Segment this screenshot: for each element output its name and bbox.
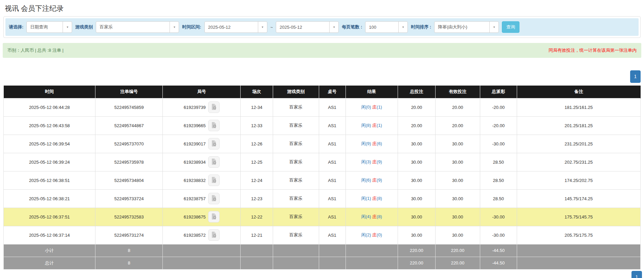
sort-order-label: 时间排序 : bbox=[411, 24, 431, 30]
table-header-row: 时间注单编号局号场次游戏类别桌号结果总投注有效投注总派彩备注 bbox=[4, 86, 641, 98]
video-replay-button[interactable] bbox=[208, 175, 220, 186]
result-banker-count: (8) bbox=[377, 214, 382, 219]
cell-session: 12-24 bbox=[241, 171, 273, 189]
cell-round-id: 619238934 bbox=[163, 153, 241, 171]
table-row[interactable]: 2025-05-12 06:38:51522495734804619238832… bbox=[4, 171, 641, 189]
round-number: 619238832 bbox=[184, 178, 206, 183]
cell-game-type: 百家乐 bbox=[273, 189, 319, 208]
result-banker-label: 庄 bbox=[372, 178, 377, 183]
date-to-select[interactable]: 2025-05-12 ▼ bbox=[276, 21, 339, 33]
cell-valid-bet: 30.00 bbox=[435, 135, 480, 153]
video-replay-button[interactable] bbox=[208, 120, 220, 131]
cell-payout: 28.50 bbox=[480, 189, 517, 208]
cell-time: 2025-05-12 06:43:58 bbox=[4, 116, 95, 135]
page-1-button[interactable]: 1 bbox=[630, 70, 641, 83]
page-1-button[interactable]: 1 bbox=[631, 271, 642, 278]
result-player: 闲(2) bbox=[361, 232, 371, 237]
footer-count: 8 bbox=[95, 244, 163, 257]
cell-game-type: 百家乐 bbox=[273, 98, 319, 116]
round-number: 619238934 bbox=[184, 160, 206, 165]
cell-total-bet: 30.00 bbox=[398, 226, 435, 244]
footer-valid-bet: 220.00 bbox=[435, 244, 480, 257]
round-number: 619239739 bbox=[184, 105, 206, 110]
result-banker-count: (9) bbox=[377, 178, 382, 183]
column-header: 时间 bbox=[4, 86, 95, 98]
cell-remark: 181.25/161.25 bbox=[517, 98, 640, 116]
pagination-bottom: 1 bbox=[631, 271, 642, 278]
footer-empty-cell bbox=[319, 244, 346, 257]
film-icon bbox=[210, 231, 217, 239]
chevron-down-icon: ▼ bbox=[329, 22, 338, 32]
cell-result: 闲(1) 庄(8) bbox=[346, 189, 398, 208]
pagination-top: 1 bbox=[3, 70, 641, 83]
page-title: 视讯 会员下注纪录 bbox=[0, 0, 644, 13]
table-row[interactable]: 2025-05-12 06:37:51522495732583619238675… bbox=[4, 208, 641, 226]
round-number: 619238572 bbox=[184, 233, 206, 238]
cell-bet-id: 522495732583 bbox=[95, 208, 163, 226]
table-row[interactable]: 2025-05-12 06:38:21522495733724619238757… bbox=[4, 189, 641, 208]
cell-result: 闲(3) 庄(9) bbox=[346, 153, 398, 171]
video-replay-button[interactable] bbox=[208, 101, 220, 113]
page: 视讯 会员下注纪录 请选择: 日期查询 ▼ 游戏类别 百家乐 ▼ 时间区间: 2… bbox=[0, 0, 644, 278]
cell-bet-id: 522495734804 bbox=[95, 171, 163, 189]
cell-total-bet: 30.00 bbox=[398, 189, 435, 208]
cell-valid-bet: 30.00 bbox=[435, 153, 480, 171]
column-header: 结果 bbox=[346, 86, 398, 98]
cell-bet-id: 522495733724 bbox=[95, 189, 163, 208]
cell-remark: 174.25/202.75 bbox=[517, 171, 640, 189]
cell-session: 12-22 bbox=[241, 208, 273, 226]
sort-order-select[interactable]: 降幂(由大到小) ▼ bbox=[434, 21, 499, 33]
cell-table-no: AS1 bbox=[319, 208, 346, 226]
cell-table-no: AS1 bbox=[319, 171, 346, 189]
date-from-select[interactable]: 2025-05-12 ▼ bbox=[204, 21, 267, 33]
page-size-select[interactable]: 100 ▼ bbox=[365, 21, 408, 33]
cell-valid-bet: 20.00 bbox=[435, 116, 480, 135]
cell-valid-bet: 20.00 bbox=[435, 98, 480, 116]
cell-result: 闲(2) 庄(0) bbox=[346, 226, 398, 244]
cell-valid-bet: 30.00 bbox=[435, 208, 480, 226]
result-banker-count: (6) bbox=[377, 141, 382, 146]
video-replay-button[interactable] bbox=[208, 211, 220, 223]
cell-table-no: AS1 bbox=[319, 189, 346, 208]
result-player: 闲(8) bbox=[361, 123, 371, 128]
cell-round-id: 619238757 bbox=[163, 189, 241, 208]
chevron-down-icon: ▼ bbox=[63, 22, 72, 32]
footer-payout: -44.50 bbox=[480, 244, 517, 257]
result-player: 闲(6) bbox=[361, 178, 371, 183]
sort-order-value: 降幂(由大到小) bbox=[435, 22, 489, 32]
video-replay-button[interactable] bbox=[208, 138, 220, 149]
cell-valid-bet: 30.00 bbox=[435, 226, 480, 244]
footer-valid-bet: 220.00 bbox=[435, 257, 480, 269]
video-replay-button[interactable] bbox=[208, 156, 220, 168]
cell-table-no: AS1 bbox=[319, 135, 346, 153]
chevron-down-icon: ▼ bbox=[489, 22, 498, 32]
cell-total-bet: 30.00 bbox=[398, 208, 435, 226]
result-banker-count: (0) bbox=[377, 232, 382, 237]
table-row[interactable]: 2025-05-12 06:43:58522495744867619239665… bbox=[4, 116, 641, 135]
film-icon bbox=[210, 122, 217, 130]
cell-total-bet: 20.00 bbox=[398, 116, 435, 135]
video-replay-button[interactable] bbox=[208, 229, 220, 241]
date-range-label: 时间区间: bbox=[182, 24, 201, 30]
game-type-select[interactable]: 百家乐 ▼ bbox=[96, 21, 179, 33]
cell-result: 闲(0) 庄(1) bbox=[346, 98, 398, 116]
cell-payout: -20.00 bbox=[480, 116, 517, 135]
table-row[interactable]: 2025-05-12 06:39:54522495737070619239017… bbox=[4, 135, 641, 153]
query-type-select[interactable]: 日期查询 ▼ bbox=[26, 21, 72, 33]
filter-panel: 请选择: 日期查询 ▼ 游戏类别 百家乐 ▼ 时间区间: 2025-05-12 … bbox=[3, 16, 641, 38]
cell-time: 2025-05-12 06:38:51 bbox=[4, 171, 95, 189]
footer-empty-cell bbox=[273, 244, 319, 257]
table-row[interactable]: 2025-05-12 06:37:14522495731274619238572… bbox=[4, 226, 641, 244]
table-row[interactable]: 2025-05-12 06:39:24522495735978619238934… bbox=[4, 153, 641, 171]
cell-payout: -30.00 bbox=[480, 208, 517, 226]
search-button[interactable]: 查询 bbox=[502, 21, 519, 33]
chevron-down-icon: ▼ bbox=[398, 22, 407, 32]
cell-round-id: 619239739 bbox=[163, 98, 241, 116]
table-body: 2025-05-12 06:44:28522495745859619239739… bbox=[4, 98, 641, 244]
page-size-value: 100 bbox=[365, 22, 398, 32]
table-footer: 小计8220.00220.00-44.50总计8220.00220.00-44.… bbox=[4, 244, 641, 269]
betting-records-table: 时间注单编号局号场次游戏类别桌号结果总投注有效投注总派彩备注 2025-05-1… bbox=[3, 86, 641, 270]
cell-time: 2025-05-12 06:37:51 bbox=[4, 208, 95, 226]
table-row[interactable]: 2025-05-12 06:44:28522495745859619239739… bbox=[4, 98, 641, 116]
video-replay-button[interactable] bbox=[208, 193, 220, 204]
